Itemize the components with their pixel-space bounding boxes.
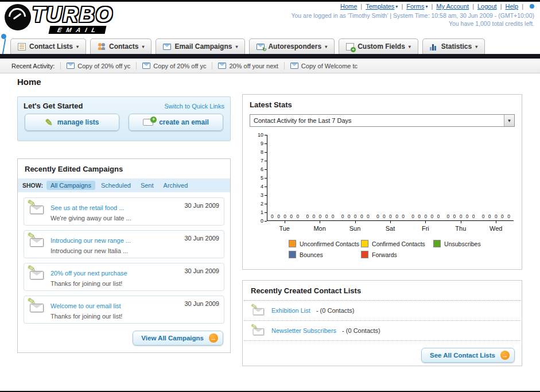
blue-dot-decoration (530, 4, 534, 9)
chevron-down-icon: ▾ (76, 44, 79, 49)
x-axis-label: Thu (443, 221, 478, 232)
contact-list-detail: - (0 Contacts) (342, 327, 380, 334)
get-started-panel: Let's Get Started Switch to Quick Links … (17, 96, 231, 141)
session-info: You are logged in as 'Timothy Smith' | S… (291, 12, 534, 19)
tab-label: Statistics (441, 42, 472, 51)
header: TURBO EMAIL Home Templates▾ Forms▾ My Ac… (0, 2, 540, 36)
contact-list-row[interactable]: ✎ Exhibition List - (0 Contacts) (244, 301, 520, 321)
create-email-button[interactable]: + create an email (129, 114, 223, 131)
email-plus-icon: + (143, 118, 154, 127)
campaign-row[interactable]: ✎ Introducing our new range ... Introduc… (24, 230, 224, 258)
campaign-row[interactable]: ✎ 20% off your next purchase Thanks for … (24, 263, 224, 291)
credits-info: You have 1,000 total credits left. (291, 20, 534, 27)
top-link-forms[interactable]: Forms▾ (406, 3, 436, 10)
campaign-edit-icon: ✎ (29, 201, 46, 215)
list-edit-icon: ✎ (252, 305, 264, 316)
header-right: Home Templates▾ Forms▾ My Account Logout… (291, 3, 534, 27)
campaign-title-link[interactable]: Welcome to our email list (50, 302, 121, 309)
legend-swatch (433, 240, 441, 247)
tab-sent[interactable]: Sent (137, 181, 158, 190)
tab-label: Autoresponders (268, 42, 321, 51)
contact-activity-chart: 109876543210 0 0 0 0 00 0 0 0 00 0 0 0 0… (252, 135, 514, 262)
tab-all-campaigns[interactable]: All Campaigns (46, 181, 95, 190)
main-content: Home Let's Get Started Switch to Quick L… (0, 73, 540, 391)
campaign-title-link[interactable]: Introducing our new range ... (50, 237, 131, 244)
nav-tab-strip: Contact Lists ▾ Contacts ▾ Email Campaig… (10, 38, 485, 54)
custom-fields-icon: + (346, 43, 354, 51)
legend-swatch (289, 251, 296, 258)
stats-period-select[interactable]: Contact Activity for the Last 7 Days ▼ (250, 114, 515, 127)
page-title: Home (17, 77, 41, 87)
campaign-row[interactable]: ✎ Welcome to our email list Thanks for j… (24, 296, 224, 324)
contact-list-link[interactable]: Exhibition List (271, 307, 310, 314)
logo-text-email: EMAIL (49, 26, 107, 34)
chevron-down-icon: ▾ (475, 44, 477, 49)
stats-panel-title: Latest Stats (243, 95, 522, 113)
recent-activity-item[interactable]: Copy of Welcome tc (284, 62, 363, 69)
tab-contact-lists[interactable]: Contact Lists ▾ (10, 38, 86, 54)
recent-activity-item[interactable]: Copy of 20% off yc (60, 62, 136, 69)
legend-swatch (361, 240, 368, 247)
top-link-my-account[interactable]: My Account (436, 3, 477, 10)
arrow-right-icon: → (209, 333, 218, 343)
recent-activity-item[interactable]: Copy of 20% off yc (136, 62, 212, 69)
top-link-help[interactable]: Help (506, 3, 527, 10)
contact-list-link[interactable]: Newsletter Subscribers (271, 327, 336, 334)
campaign-date: 30 Jun 2009 (184, 300, 219, 307)
campaign-edit-icon: ✎ (29, 234, 46, 248)
chart-plot-area: 0 0 0 0 00 0 0 0 00 0 0 0 00 0 0 0 00 0 … (267, 135, 514, 221)
top-nav-links: Home Templates▾ Forms▾ My Account Logout… (291, 3, 534, 10)
campaign-title-link[interactable]: 20% off your next purchase (50, 270, 127, 277)
chevron-down-icon: ▾ (235, 44, 238, 49)
series-value-labels: 0 0 0 0 0 (373, 214, 408, 219)
tab-scheduled[interactable]: Scheduled (97, 181, 135, 190)
statistics-icon (430, 43, 438, 51)
legend-label: Bounces (300, 251, 323, 258)
x-axis-label: Wed (479, 221, 514, 232)
legend-swatch (361, 251, 368, 258)
see-all-contact-lists-button[interactable]: See All Contact Lists → (421, 348, 515, 363)
contact-lists-icon (18, 43, 26, 51)
chevron-down-icon: ▼ (504, 115, 514, 126)
chevron-down-icon: ▾ (409, 44, 411, 49)
x-axis-label: Sun (337, 221, 372, 232)
tab-contacts[interactable]: Contacts ▾ (90, 38, 151, 54)
email-icon (67, 62, 75, 69)
tab-email-campaigns[interactable]: Email Campaigns ▾ (156, 38, 245, 54)
recent-activity-item[interactable]: 20% off your next (212, 62, 283, 69)
series-value-labels: 0 0 0 0 0 (267, 214, 302, 219)
legend-swatch (289, 240, 296, 247)
top-link-templates[interactable]: Templates▾ (366, 3, 406, 10)
campaign-row[interactable]: ✎ See us at the retail food ... We're gi… (24, 197, 224, 226)
chart-legend: Unconfirmed ContactsConfirmed ContactsUn… (289, 240, 508, 262)
tab-autoresponders[interactable]: ↻ Autoresponders ▾ (249, 38, 335, 54)
tab-label: Contact Lists (29, 42, 73, 51)
tab-custom-fields[interactable]: + Custom Fields ▾ (339, 38, 418, 54)
campaign-title-link[interactable]: See us at the retail food ... (50, 204, 124, 211)
recent-activity-label: Recent Activity: (11, 63, 55, 69)
campaign-date: 30 Jun 2009 (184, 234, 219, 242)
email-icon (290, 62, 298, 69)
switch-to-quick-links-link[interactable]: Switch to Quick Links (164, 103, 224, 110)
tab-label: Email Campaigns (174, 42, 232, 51)
pencil-icon: ✎ (45, 117, 52, 128)
contact-list-row[interactable]: ✎ Newsletter Subscribers - (0 Contacts) (244, 321, 520, 341)
tab-statistics[interactable]: Statistics ▾ (422, 38, 485, 54)
email-campaigns-icon (163, 43, 171, 51)
recently-edited-campaigns-panel: Recently Edited Campaigns SHOW: All Camp… (17, 158, 231, 353)
tab-archived[interactable]: Archived (160, 181, 192, 190)
campaign-subtitle: Introducing our new Italia ... (50, 247, 180, 254)
chevron-down-icon: ▾ (142, 44, 144, 49)
x-axis-label: Tue (267, 221, 302, 232)
manage-lists-button[interactable]: ✎ manage lists (25, 114, 119, 131)
top-link-home[interactable]: Home (340, 3, 366, 10)
stats-period-value: Contact Activity for the Last 7 Days (254, 117, 352, 124)
app-logo: TURBO EMAIL (5, 3, 154, 35)
autoresponders-icon: ↻ (257, 43, 265, 51)
legend-label: Unsubscribes (444, 240, 481, 247)
view-all-campaigns-button[interactable]: View All Campaigns → (133, 331, 223, 346)
top-link-logout[interactable]: Logout (477, 3, 506, 10)
legend-item: Confirmed Contacts (361, 240, 433, 247)
main-nav: Contact Lists ▾ Contacts ▾ Email Campaig… (0, 38, 540, 59)
latest-stats-panel: Latest Stats Contact Activity for the La… (242, 94, 522, 270)
